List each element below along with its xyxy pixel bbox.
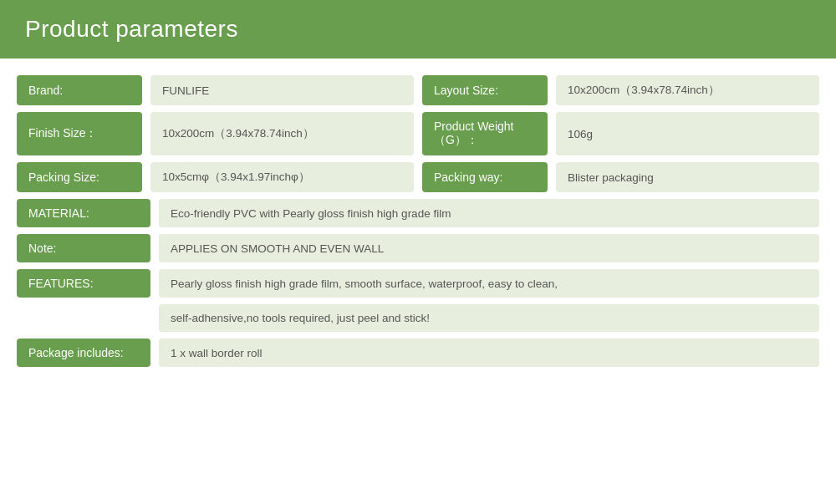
row-1-right-value: 106g bbox=[556, 112, 819, 155]
row-2-right-label: Packing way: bbox=[422, 162, 548, 192]
row-7-label: Package includes: bbox=[17, 339, 150, 367]
row-4-value: APPLIES ON SMOOTH AND EVEN WALL bbox=[159, 234, 819, 262]
row-2: Packing Size:10x5cmφ（3.94x1.97inchφ）Pack… bbox=[17, 162, 819, 192]
row-1-right-label: Product Weight（G）： bbox=[422, 112, 548, 155]
row-3-value: Eco-friendly PVC with Pearly gloss finis… bbox=[159, 199, 819, 227]
row-3: MATERIAL:Eco-friendly PVC with Pearly gl… bbox=[17, 199, 819, 227]
row-0-left-pair: Brand:FUNLIFE bbox=[17, 75, 414, 105]
row-1: Finish Size：10x200cm（3.94x78.74inch）Prod… bbox=[17, 112, 819, 155]
row-0-right-value: 10x200cm（3.94x78.74inch） bbox=[556, 75, 819, 105]
row-1-left-value: 10x200cm（3.94x78.74inch） bbox=[150, 112, 414, 155]
row-6-value: self-adhensive,no tools required, just p… bbox=[159, 304, 819, 332]
page-title: Product parameters bbox=[25, 16, 238, 43]
row-1-left-pair: Finish Size：10x200cm（3.94x78.74inch） bbox=[17, 112, 414, 155]
row-0-left-value: FUNLIFE bbox=[150, 75, 414, 105]
row-2-left-pair: Packing Size:10x5cmφ（3.94x1.97inchφ） bbox=[17, 162, 414, 192]
row-5-label: FEATURES: bbox=[17, 269, 150, 298]
row-0-right-pair: Layout Size:10x200cm（3.94x78.74inch） bbox=[422, 75, 819, 105]
row-4-label: Note: bbox=[17, 234, 150, 262]
page-wrapper: Product parameters Brand:FUNLIFELayout S… bbox=[0, 0, 836, 504]
row-7-value: 1 x wall border roll bbox=[159, 339, 819, 367]
row-0-right-label: Layout Size: bbox=[422, 75, 548, 105]
row-2-right-pair: Packing way:Blister packaging bbox=[422, 162, 819, 192]
row-2-left-label: Packing Size: bbox=[17, 162, 142, 192]
row-6: self-adhensive,no tools required, just p… bbox=[17, 304, 819, 332]
content: Brand:FUNLIFELayout Size:10x200cm（3.94x7… bbox=[0, 59, 836, 504]
row-3-label: MATERIAL: bbox=[17, 199, 150, 227]
row-0-left-label: Brand: bbox=[17, 75, 142, 105]
header: Product parameters bbox=[0, 0, 836, 59]
row-1-right-pair: Product Weight（G）：106g bbox=[422, 112, 819, 155]
row-4: Note:APPLIES ON SMOOTH AND EVEN WALL bbox=[17, 234, 819, 262]
row-7: Package includes:1 x wall border roll bbox=[17, 339, 819, 367]
row-5: FEATURES:Pearly gloss finish high grade … bbox=[17, 269, 819, 298]
row-2-left-value: 10x5cmφ（3.94x1.97inchφ） bbox=[150, 162, 414, 192]
row-0: Brand:FUNLIFELayout Size:10x200cm（3.94x7… bbox=[17, 75, 819, 105]
row-2-right-value: Blister packaging bbox=[556, 162, 819, 192]
row-5-value: Pearly gloss finish high grade film, smo… bbox=[159, 269, 819, 298]
row-1-left-label: Finish Size： bbox=[17, 112, 142, 155]
